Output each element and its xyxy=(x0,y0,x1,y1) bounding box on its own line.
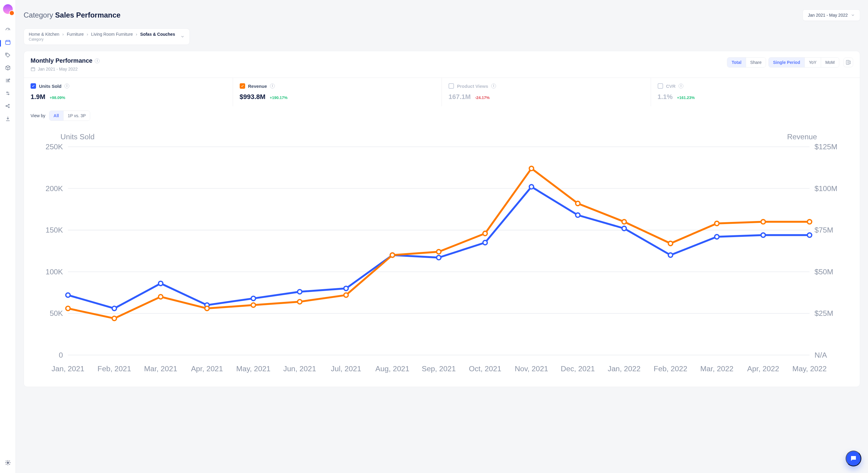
kpi-delta: +190.17% xyxy=(270,95,287,100)
breadcrumb-item[interactable]: Furniture xyxy=(67,32,84,37)
svg-text:Oct, 2021: Oct, 2021 xyxy=(469,364,501,373)
checkbox-product-views[interactable] xyxy=(448,83,454,89)
kpi-value: 1.1% xyxy=(658,93,673,101)
svg-text:$125M: $125M xyxy=(814,143,837,151)
monthly-performance-panel: Monthly Performance Jan 2021 - May 2022 … xyxy=(24,51,860,387)
kpi-delta: -24.17% xyxy=(475,95,489,100)
svg-text:200K: 200K xyxy=(45,184,63,193)
breadcrumb-card[interactable]: Home & Kitchen › Furniture › Living Room… xyxy=(24,28,190,45)
svg-rect-8 xyxy=(31,67,35,71)
calendar-icon xyxy=(31,67,35,71)
breadcrumb-sep: › xyxy=(87,32,88,37)
svg-rect-0 xyxy=(5,41,10,45)
kpi-revenue[interactable]: Revenue $993.8M +190.17% xyxy=(233,78,442,106)
gear-icon[interactable] xyxy=(5,460,11,467)
svg-point-49 xyxy=(159,281,163,286)
kpi-label: Revenue xyxy=(248,84,267,89)
avatar[interactable] xyxy=(3,4,13,14)
svg-point-4 xyxy=(6,106,7,106)
kpi-value: $993.8M xyxy=(240,93,266,101)
chat-icon xyxy=(850,455,857,462)
view-by-label: View by xyxy=(31,113,45,118)
tag-icon[interactable] xyxy=(5,52,11,58)
date-range-picker[interactable]: Jan 2021 - May 2022 xyxy=(803,9,860,21)
viewby-option-1p3p[interactable]: 1P vs. 3P xyxy=(64,111,90,120)
speedometer-icon[interactable] xyxy=(5,27,11,33)
cube-icon[interactable] xyxy=(5,65,11,71)
breadcrumb-path: Home & Kitchen › Furniture › Living Room… xyxy=(29,32,175,37)
svg-text:May, 2021: May, 2021 xyxy=(236,364,270,373)
tab-share[interactable]: Share xyxy=(746,58,766,67)
kpi-cvr[interactable]: CVR 1.1% +161.23% xyxy=(651,78,860,106)
breadcrumb-item[interactable]: Sofas & Couches xyxy=(140,32,175,37)
svg-point-71 xyxy=(390,253,394,257)
tab-single-period[interactable]: Single Period xyxy=(769,58,804,67)
viewby-option-all[interactable]: All xyxy=(49,111,64,120)
checkbox-revenue[interactable] xyxy=(240,83,245,89)
svg-point-73 xyxy=(483,231,487,236)
compare-icon[interactable] xyxy=(5,90,11,96)
breadcrumb: Home & Kitchen › Furniture › Living Room… xyxy=(29,32,175,41)
info-icon[interactable] xyxy=(270,84,275,88)
svg-point-79 xyxy=(761,219,765,224)
svg-text:Units Sold: Units Sold xyxy=(61,132,95,141)
breadcrumb-sep: › xyxy=(62,32,64,37)
page-header: Category Sales Performance Jan 2021 - Ma… xyxy=(24,6,860,24)
svg-text:Jan, 2022: Jan, 2022 xyxy=(608,364,641,373)
checkbox-cvr[interactable] xyxy=(658,83,663,89)
tab-mom[interactable]: MoM xyxy=(821,58,839,67)
share-icon[interactable] xyxy=(5,103,11,109)
download-icon[interactable] xyxy=(5,116,11,122)
storefront-icon[interactable] xyxy=(5,39,11,46)
breadcrumb-item[interactable]: Living Room Furniture xyxy=(91,32,133,37)
svg-point-57 xyxy=(529,185,534,189)
export-button[interactable] xyxy=(843,58,853,67)
date-range-label: Jan 2021 - May 2022 xyxy=(808,13,848,18)
svg-text:Jun, 2021: Jun, 2021 xyxy=(283,364,316,373)
svg-point-62 xyxy=(761,233,765,237)
svg-text:N/A: N/A xyxy=(814,351,827,359)
svg-text:0: 0 xyxy=(59,351,63,359)
svg-text:250K: 250K xyxy=(45,143,63,151)
kpi-units-sold[interactable]: Units Sold 1.9M +98.09% xyxy=(24,78,233,106)
svg-point-68 xyxy=(251,303,255,307)
breadcrumb-item[interactable]: Home & Kitchen xyxy=(29,32,59,37)
svg-point-56 xyxy=(483,240,487,245)
svg-point-51 xyxy=(251,296,255,300)
svg-point-69 xyxy=(298,299,302,304)
info-icon[interactable] xyxy=(64,84,69,88)
page-title-prefix: Category xyxy=(24,11,55,19)
svg-point-1 xyxy=(6,54,7,55)
checkbox-units-sold[interactable] xyxy=(31,83,36,89)
info-icon[interactable] xyxy=(679,84,683,88)
kpi-product-views[interactable]: Product Views 167.1M -24.17% xyxy=(442,78,651,106)
tab-yoy[interactable]: YoY xyxy=(805,58,821,67)
svg-text:Mar, 2021: Mar, 2021 xyxy=(144,364,177,373)
svg-point-80 xyxy=(807,219,812,224)
svg-point-66 xyxy=(159,295,163,299)
kpi-delta: +98.09% xyxy=(50,95,65,100)
info-icon[interactable] xyxy=(95,58,100,63)
chat-fab[interactable] xyxy=(846,451,861,466)
tab-total[interactable]: Total xyxy=(727,58,746,67)
sidebar-active-indicator xyxy=(0,40,1,47)
kpi-label: Units Sold xyxy=(39,84,61,89)
svg-point-48 xyxy=(112,306,116,311)
svg-point-65 xyxy=(112,316,116,320)
svg-point-47 xyxy=(66,293,70,297)
svg-point-5 xyxy=(8,104,9,105)
panel-title: Monthly Performance xyxy=(31,57,100,64)
svg-point-52 xyxy=(298,290,302,294)
svg-text:Revenue: Revenue xyxy=(787,132,817,141)
panel-header: Monthly Performance Jan 2021 - May 2022 … xyxy=(24,51,860,78)
sliders-icon[interactable] xyxy=(5,78,11,84)
info-icon[interactable] xyxy=(491,84,496,88)
svg-text:$100M: $100M xyxy=(814,184,837,193)
performance-line-chart[interactable]: Units SoldRevenue050K100K150K200K250KN/A… xyxy=(31,128,853,378)
svg-text:$25M: $25M xyxy=(814,309,833,317)
kpi-row: Units Sold 1.9M +98.09% Revenue $993.8M … xyxy=(24,78,860,106)
svg-point-75 xyxy=(576,201,580,206)
kpi-label: CVR xyxy=(666,84,676,89)
svg-text:Nov, 2021: Nov, 2021 xyxy=(515,364,549,373)
chart-container: Units SoldRevenue050K100K150K200K250KN/A… xyxy=(24,125,860,387)
